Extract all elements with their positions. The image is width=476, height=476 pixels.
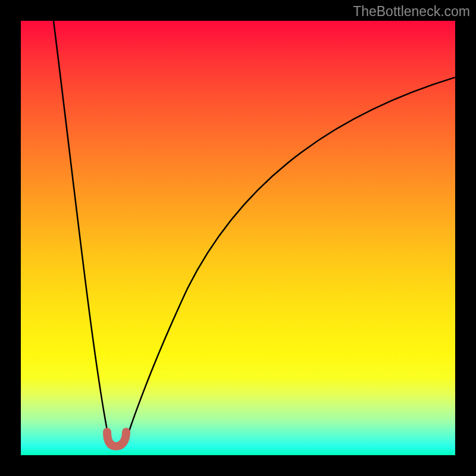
left-curve <box>54 21 117 446</box>
valley-marker <box>107 432 126 446</box>
right-curve <box>125 77 455 445</box>
plot-area <box>21 21 455 455</box>
chart-frame: TheBottleneck.com <box>0 0 476 476</box>
curves-svg <box>21 21 455 455</box>
watermark-text: TheBottleneck.com <box>353 4 470 20</box>
